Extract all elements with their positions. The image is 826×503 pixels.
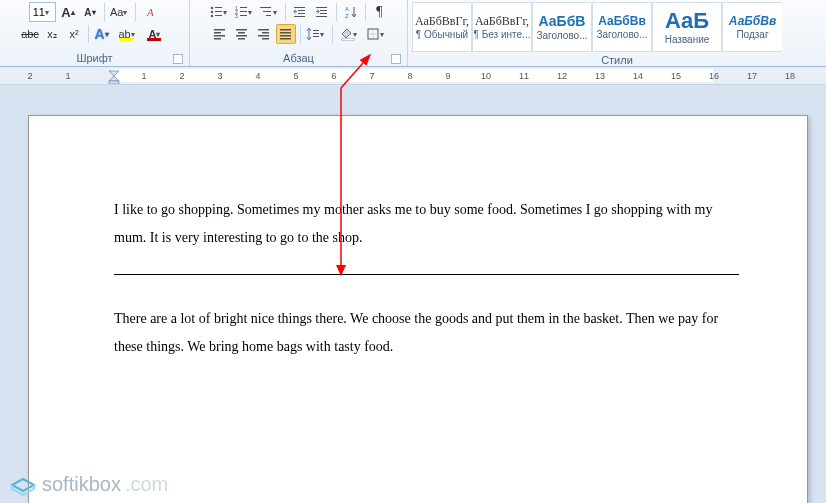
chevron-down-icon: ▾ (105, 30, 112, 39)
horizontal-ruler[interactable]: 21123456789101112131415161718 (0, 67, 826, 85)
style-gallery: АаБбВвГг, ¶ Обычный АаБбВвГг, ¶ Без инте… (412, 2, 782, 52)
group-label-styles: Стили (412, 52, 822, 68)
svg-rect-25 (214, 29, 225, 31)
group-label-paragraph: Абзац (194, 50, 403, 66)
ruler-active-area (113, 69, 713, 82)
sort-icon: AZ (344, 5, 358, 19)
watermark: softikbox.com (8, 471, 168, 497)
multilevel-icon (259, 5, 273, 19)
paragraph-1[interactable]: I like to go shopping. Sometimes my moth… (114, 196, 739, 252)
clear-formatting-button[interactable]: A (140, 2, 160, 22)
horizontal-rule (114, 274, 739, 275)
svg-rect-37 (280, 29, 291, 31)
separator (104, 3, 105, 21)
separator (336, 3, 337, 21)
ribbon-group-font: 11 ▾ A▴ A▾ Aa▾ A abc x₂ x² A▾ ab▾ A▾ (0, 0, 190, 66)
svg-rect-16 (298, 10, 305, 11)
shrink-font-button[interactable]: A▾ (80, 2, 100, 22)
svg-rect-28 (214, 38, 221, 40)
ribbon: 11 ▾ A▴ A▾ Aa▾ A abc x₂ x² A▾ ab▾ A▾ (0, 0, 826, 67)
softikbox-logo-icon (8, 471, 38, 497)
text-effects-button[interactable]: A▾ (93, 24, 113, 44)
svg-rect-35 (258, 35, 269, 37)
style-item-heading2[interactable]: АаБбВв Заголово... (592, 2, 652, 52)
align-left-button[interactable] (210, 24, 230, 44)
align-center-icon (235, 27, 249, 41)
chevron-down-icon: ▾ (380, 30, 387, 39)
svg-rect-26 (214, 32, 221, 34)
dialog-launcher-icon[interactable] (391, 54, 401, 64)
align-justify-button[interactable] (276, 24, 296, 44)
shading-button[interactable]: ▾ (337, 24, 363, 44)
ribbon-group-styles: АаБбВвГг, ¶ Обычный АаБбВвГг, ¶ Без инте… (408, 0, 826, 66)
style-item-heading1[interactable]: АаБбВ Заголово... (532, 2, 592, 52)
shading-color-swatch (341, 38, 355, 41)
svg-rect-15 (294, 7, 305, 8)
watermark-text: softikbox (42, 473, 121, 496)
increase-indent-button[interactable] (312, 2, 332, 22)
svg-rect-9 (240, 11, 247, 12)
strikethrough-button[interactable]: abc (20, 24, 40, 44)
svg-rect-33 (258, 29, 269, 31)
change-case-button[interactable]: Aa▾ (109, 2, 131, 22)
indent-marker[interactable] (108, 67, 118, 85)
paragraph-2[interactable]: There are a lot of bright nice things th… (114, 305, 739, 361)
chevron-down-icon: ▾ (248, 8, 255, 17)
font-size-value: 11 (33, 6, 45, 18)
svg-rect-34 (262, 32, 269, 34)
font-size-combo[interactable]: 11 ▾ (29, 2, 56, 22)
svg-rect-5 (215, 15, 222, 16)
svg-rect-47 (109, 81, 119, 84)
style-item-no-spacing[interactable]: АаБбВвГг, ¶ Без инте... (472, 2, 532, 52)
svg-rect-17 (298, 13, 305, 14)
align-right-icon (257, 27, 271, 41)
svg-rect-7 (240, 7, 247, 8)
align-right-button[interactable] (254, 24, 274, 44)
svg-text:A: A (345, 6, 349, 12)
bullets-button[interactable]: ▾ (208, 2, 231, 22)
separator (135, 3, 136, 21)
svg-point-0 (210, 7, 212, 9)
svg-rect-13 (263, 11, 271, 12)
svg-rect-29 (236, 29, 247, 31)
font-color-swatch (147, 38, 161, 41)
chevron-down-icon: ▾ (273, 8, 280, 17)
chevron-down-icon: ▾ (223, 8, 230, 17)
svg-rect-18 (294, 16, 305, 17)
style-item-normal[interactable]: АаБбВвГг, ¶ Обычный (412, 2, 472, 52)
svg-rect-20 (320, 10, 327, 11)
svg-rect-30 (238, 32, 245, 34)
decrease-indent-button[interactable] (290, 2, 310, 22)
highlight-button[interactable]: ab▾ (115, 24, 141, 44)
svg-rect-12 (260, 7, 271, 8)
subscript-button[interactable]: x₂ (42, 24, 62, 44)
multilevel-list-button[interactable]: ▾ (258, 2, 281, 22)
group-label-font: Шрифт (4, 50, 185, 66)
highlight-color-swatch (119, 38, 133, 41)
svg-rect-1 (215, 7, 222, 8)
line-spacing-button[interactable]: ▾ (305, 24, 328, 44)
chevron-down-icon: ▾ (123, 8, 130, 17)
svg-rect-38 (280, 32, 291, 34)
font-color-button[interactable]: A▾ (143, 24, 169, 44)
svg-rect-19 (316, 7, 327, 8)
grow-font-button[interactable]: A▴ (58, 2, 78, 22)
sort-button[interactable]: AZ (341, 2, 361, 22)
separator (332, 25, 333, 43)
numbering-button[interactable]: 123 ▾ (233, 2, 256, 22)
separator (285, 3, 286, 21)
document-page[interactable]: I like to go shopping. Sometimes my moth… (28, 115, 808, 503)
dialog-launcher-icon[interactable] (173, 54, 183, 64)
style-item-title[interactable]: АаБ Название (652, 2, 722, 52)
chevron-down-icon: ▾ (320, 30, 327, 39)
separator (365, 3, 366, 21)
borders-button[interactable]: ▾ (365, 24, 388, 44)
superscript-button[interactable]: x² (64, 24, 84, 44)
style-item-subtitle[interactable]: АаБбВв Подзаг (722, 2, 782, 52)
align-justify-icon (279, 27, 293, 41)
chevron-down-icon: ▾ (45, 8, 52, 17)
show-marks-button[interactable]: ¶ (370, 2, 390, 22)
align-center-button[interactable] (232, 24, 252, 44)
svg-text:3: 3 (235, 13, 238, 19)
document-area: I like to go shopping. Sometimes my moth… (0, 85, 826, 503)
